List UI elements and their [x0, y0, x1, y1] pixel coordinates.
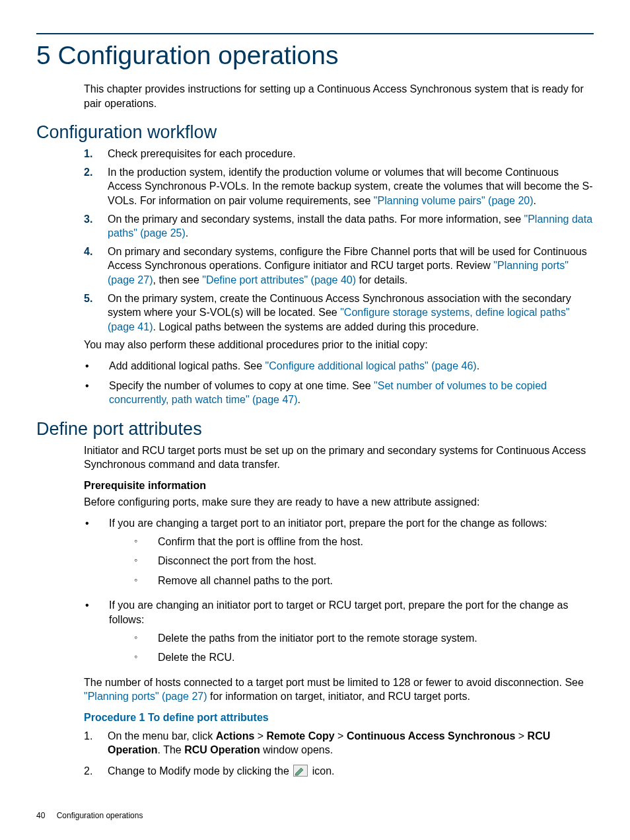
additional-item: Specify the number of volumes to copy at… [84, 379, 594, 407]
text: . [298, 394, 300, 405]
text: for details. [356, 274, 407, 286]
text: . [534, 195, 536, 206]
workflow-step-1: 1. Check prerequisites for each procedur… [84, 147, 594, 161]
prereq-label: Prerequisite information [84, 478, 594, 493]
link-define-port-attributes[interactable]: "Define port attributes" (page 40) [202, 274, 356, 286]
prereq-item: If you are changing an initiator port to… [84, 598, 594, 669]
prereq-item: If you are changing a target port to an … [84, 516, 594, 593]
text: Confirm that the port is offline from th… [158, 535, 594, 549]
text: On the primary and secondary systems, in… [108, 213, 524, 225]
text: > [515, 730, 527, 742]
host-limit: The number of hosts connected to a targe… [84, 675, 594, 704]
text: , then see [153, 274, 203, 286]
procedure-heading: Procedure 1 To define port attributes [84, 710, 594, 725]
text: window opens. [260, 744, 333, 755]
page-number: 40 [36, 811, 45, 820]
running-header: Configuration operations [57, 811, 143, 820]
step-number: 2. [84, 165, 108, 208]
sub-item: Disconnect the port from the host. [133, 554, 594, 568]
menu-remote-copy: Remote Copy [267, 730, 335, 742]
workflow-step-2: 2. In the production system, identify th… [84, 165, 594, 208]
text: Disconnect the port from the host. [158, 554, 594, 568]
prereq-intro: Before configuring ports, make sure they… [84, 495, 594, 510]
procedure-steps: 1. On the menu bar, click Actions > Remo… [84, 729, 594, 779]
modify-mode-icon [293, 765, 308, 777]
text: Add additional logical paths. See [109, 360, 265, 371]
additional-item: Add additional logical paths. See "Confi… [84, 359, 594, 373]
sub-item: Remove all channel paths to the port. [133, 574, 594, 588]
text: > [254, 730, 266, 742]
text: . The [158, 744, 185, 755]
section-heading-workflow: Configuration workflow [36, 122, 594, 143]
link-configure-additional-paths[interactable]: "Configure additional logical paths" (pa… [265, 360, 477, 371]
link-planning-ports-2[interactable]: "Planning ports" (page 27) [84, 691, 207, 702]
top-rule [36, 33, 594, 34]
text: The number of hosts connected to a targe… [84, 677, 584, 688]
menu-cas: Continuous Access Synchronous [347, 730, 515, 742]
window-rcu-operation: RCU Operation [184, 744, 260, 755]
link-planning-volume-pairs[interactable]: "Planning volume pairs" (page 20) [374, 195, 534, 206]
step-number: 1. [84, 729, 108, 757]
prereq-list: If you are changing a target port to an … [84, 516, 594, 670]
step-text: In the production system, identify the p… [108, 165, 594, 208]
workflow-step-5: 5. On the primary system, create the Con… [84, 291, 594, 334]
text: Change to Modify mode by clicking the [108, 765, 292, 777]
workflow-steps: 1. Check prerequisites for each procedur… [84, 147, 594, 334]
step-text: Check prerequisites for each procedure. [108, 147, 594, 161]
step-text: On the primary system, create the Contin… [108, 291, 594, 334]
sub-list: Confirm that the port is offline from th… [133, 535, 594, 588]
text: . Logical paths between the systems are … [153, 321, 479, 332]
define-intro: Initiator and RCU target ports must be s… [84, 443, 594, 472]
step-text: On primary and secondary systems, config… [108, 245, 594, 287]
additional-procedures: Add additional logical paths. See "Confi… [84, 359, 594, 407]
sub-item: Delete the RCU. [133, 650, 594, 665]
step-number: 5. [84, 291, 108, 334]
step-text: Change to Modify mode by clicking the ic… [108, 764, 594, 779]
text: Delete the RCU. [158, 650, 594, 665]
text: . [186, 227, 188, 239]
step-text: On the primary and secondary systems, in… [108, 212, 594, 241]
chapter-intro: This chapter provides instructions for s… [84, 82, 594, 110]
text: icon. [312, 765, 335, 777]
section-heading-define-ports: Define port attributes [36, 419, 594, 439]
step-number: 1. [84, 147, 108, 161]
text: > [335, 730, 347, 742]
step-number: 4. [84, 245, 108, 287]
page-footer: 40 Configuration operations [36, 811, 143, 820]
procedure-step-2: 2. Change to Modify mode by clicking the… [84, 764, 594, 779]
text: Specify the number of volumes to copy at… [109, 380, 374, 391]
menu-actions: Actions [216, 730, 255, 742]
step-number: 2. [84, 764, 108, 779]
sub-item: Confirm that the port is offline from th… [133, 535, 594, 549]
sub-item: Delete the paths from the initiator port… [133, 631, 594, 646]
workflow-step-4: 4. On primary and secondary systems, con… [84, 245, 594, 287]
text: Delete the paths from the initiator port… [158, 631, 594, 646]
text: Remove all channel paths to the port. [158, 574, 594, 588]
text: for information on target, initiator, an… [207, 691, 470, 702]
text: If you are changing a target port to an … [109, 517, 547, 529]
additional-intro: You may also perform these additional pr… [84, 338, 594, 352]
text: . [477, 360, 479, 371]
step-number: 3. [84, 212, 108, 241]
workflow-step-3: 3. On the primary and secondary systems,… [84, 212, 594, 241]
step-text: On the menu bar, click Actions > Remote … [108, 729, 594, 757]
text: On the menu bar, click [108, 730, 216, 742]
text: If you are changing an initiator port to… [109, 599, 569, 625]
chapter-title: 5 Configuration operations [36, 41, 594, 70]
procedure-step-1: 1. On the menu bar, click Actions > Remo… [84, 729, 594, 757]
sub-list: Delete the paths from the initiator port… [133, 631, 594, 665]
